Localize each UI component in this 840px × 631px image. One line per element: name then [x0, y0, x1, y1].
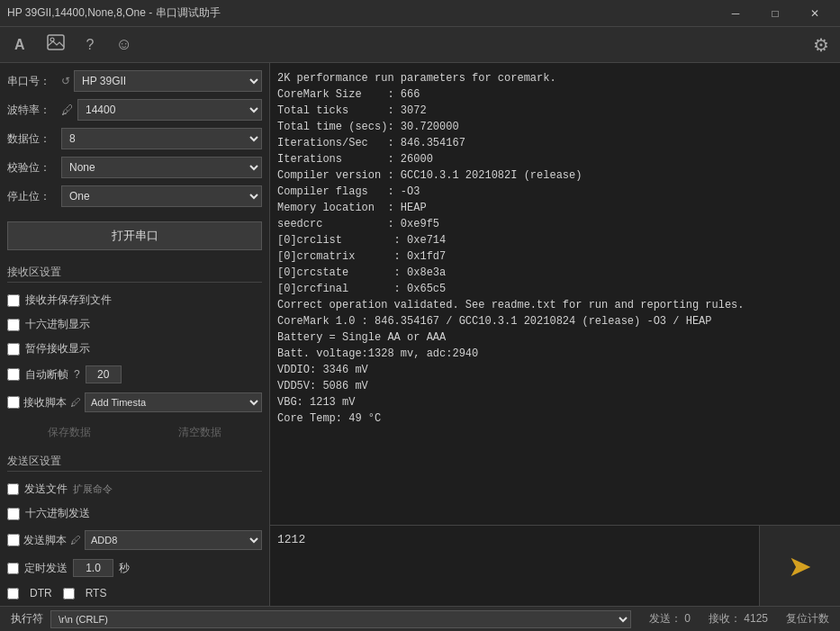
baud-control: 🖊 1200 2400 4800 9600 14400 19200 38400 … — [61, 99, 262, 121]
right-panel: 2K performance run parameters for corema… — [270, 63, 840, 606]
auto-break-value[interactable] — [86, 365, 122, 383]
clear-data-button[interactable]: 清空数据 — [139, 422, 263, 443]
svg-rect-0 — [48, 35, 64, 50]
send-button[interactable]: ➤ — [759, 526, 840, 606]
status-left: 执行符 \r\n (CRLF) \n (LF) \r (CR) None — [11, 610, 631, 628]
send-count: 0 — [684, 612, 691, 625]
timed-send-label: 定时发送 — [24, 561, 68, 576]
send-section-title: 发送区设置 — [7, 454, 262, 472]
stop-bits-row: 停止位： One Two OnePointFive — [7, 185, 262, 207]
close-button[interactable]: ✕ — [797, 5, 833, 23]
rts-label: RTS — [86, 587, 107, 599]
auto-break-row: 自动断帧 ? — [7, 365, 262, 383]
toolbar-left: A ? ☺ — [11, 31, 136, 59]
parity-select[interactable]: None Odd Even Mark Space — [61, 157, 262, 178]
hex-display-row: 十六进制显示 — [7, 317, 262, 332]
send-file-label: 发送文件 — [24, 482, 68, 497]
timed-send-row: 定时发送 秒 — [7, 559, 262, 577]
save-data-button[interactable]: 保存数据 — [7, 422, 131, 443]
main-layout: 串口号： ↺ HP 39GII COM1 COM2 COM3 波特率： 🖊 12… — [0, 63, 840, 606]
parity-label: 校验位： — [7, 160, 61, 176]
hex-send-checkbox[interactable] — [7, 508, 20, 520]
gear-icon[interactable]: ⚙ — [813, 34, 829, 56]
execute-select[interactable]: \r\n (CRLF) \n (LF) \r (CR) None — [50, 610, 631, 628]
title-bar: HP 39GII,14400,None,8,One - 串口调试助手 ─ □ ✕ — [0, 0, 840, 27]
help-icon[interactable]: ? — [83, 33, 98, 57]
stop-bits-label: 停止位： — [7, 189, 61, 204]
send-input[interactable]: 1212 — [270, 526, 759, 606]
status-right: 发送： 0 接收： 4125 复位计数 — [649, 611, 829, 626]
maximize-button[interactable]: □ — [757, 5, 793, 23]
timed-send-value[interactable] — [73, 559, 113, 577]
baud-select[interactable]: 1200 2400 4800 9600 14400 19200 38400 57… — [77, 99, 262, 121]
hex-send-row: 十六进制发送 — [7, 506, 262, 521]
receive-count: 4125 — [744, 612, 768, 625]
expand-cmd-button[interactable]: 扩展命令 — [73, 482, 113, 496]
data-bits-label: 数据位： — [7, 131, 61, 147]
baud-row: 波特率： 🖊 1200 2400 4800 9600 14400 19200 3… — [7, 99, 262, 121]
title-text: HP 39GII,14400,None,8,One - 串口调试助手 — [7, 5, 221, 21]
stop-bits-select[interactable]: One Two OnePointFive — [61, 185, 262, 207]
reset-count-button[interactable]: 复位计数 — [786, 611, 829, 626]
add-timestamp-select[interactable]: Add Timesta No Timestamp — [85, 392, 262, 412]
receive-script-checkbox[interactable] — [7, 396, 20, 409]
save-to-file-checkbox[interactable] — [7, 294, 20, 307]
port-select[interactable]: HP 39GII COM1 COM2 COM3 — [74, 70, 262, 92]
send-script-row: 发送脚本 🖊 ADD8 XOR CRC16 — [7, 530, 262, 550]
receive-section-title: 接收区设置 — [7, 265, 262, 283]
send-icon: ➤ — [788, 549, 812, 583]
receive-script-row: 接收脚本 🖊 Add Timesta No Timestamp — [7, 392, 262, 412]
font-icon[interactable]: A — [11, 33, 29, 57]
auto-break-checkbox[interactable] — [7, 368, 20, 381]
add8-select[interactable]: ADD8 XOR CRC16 — [85, 530, 262, 550]
dtr-rts-row: DTR RTS — [7, 587, 262, 599]
hex-display-label: 十六进制显示 — [25, 317, 90, 332]
data-bits-select[interactable]: 5 6 7 8 — [61, 128, 262, 149]
send-script-icon: 🖊 — [70, 534, 81, 546]
data-buttons-row: 保存数据 清空数据 — [7, 422, 262, 443]
open-port-button[interactable]: 打开串口 — [7, 221, 262, 250]
timed-send-checkbox[interactable] — [7, 563, 19, 574]
send-input-wrapper: 1212 — [270, 526, 759, 606]
image-icon[interactable] — [43, 31, 68, 59]
status-bar: 执行符 \r\n (CRLF) \n (LF) \r (CR) None 发送：… — [0, 606, 840, 631]
minimize-button[interactable]: ─ — [718, 5, 754, 23]
pause-receive-row: 暂停接收显示 — [7, 341, 262, 356]
baud-icon: 🖊 — [61, 103, 74, 117]
port-label: 串口号： — [7, 74, 61, 89]
left-panel: 串口号： ↺ HP 39GII COM1 COM2 COM3 波特率： 🖊 12… — [0, 63, 270, 606]
pause-receive-label: 暂停接收显示 — [25, 341, 90, 356]
toolbar: A ? ☺ ⚙ — [0, 27, 840, 63]
execute-label: 执行符 — [11, 611, 43, 626]
send-script-checkbox[interactable] — [7, 534, 20, 546]
parity-control: None Odd Even Mark Space — [61, 157, 262, 178]
baud-label: 波特率： — [7, 103, 61, 118]
hex-send-label: 十六进制发送 — [25, 506, 90, 521]
receive-count-label: 接收： 4125 — [709, 611, 768, 626]
data-bits-control: 5 6 7 8 — [61, 128, 262, 149]
stop-bits-control: One Two OnePointFive — [61, 185, 262, 207]
save-to-file-row: 接收并保存到文件 — [7, 293, 262, 308]
window-controls: ─ □ ✕ — [718, 5, 833, 23]
data-bits-row: 数据位： 5 6 7 8 — [7, 128, 262, 149]
receive-script-icon: 🖊 — [70, 396, 81, 409]
output-area: 2K performance run parameters for corema… — [270, 63, 840, 525]
port-control: ↺ HP 39GII COM1 COM2 COM3 — [61, 70, 262, 92]
auto-break-label: 自动断帧 — [25, 367, 68, 383]
send-file-row: 发送文件 扩展命令 — [7, 482, 262, 497]
rts-checkbox[interactable] — [63, 588, 75, 599]
dtr-label: DTR — [30, 587, 52, 599]
receive-script-label: 接收脚本 — [23, 395, 67, 410]
refresh-icon[interactable]: ↺ — [61, 75, 70, 87]
auto-break-help-icon[interactable]: ? — [74, 368, 80, 381]
dtr-checkbox[interactable] — [7, 588, 19, 599]
sec-label: 秒 — [119, 561, 130, 576]
hex-display-checkbox[interactable] — [7, 319, 20, 331]
parity-row: 校验位： None Odd Even Mark Space — [7, 157, 262, 178]
smile-icon[interactable]: ☺ — [112, 32, 135, 58]
svg-point-1 — [50, 38, 54, 41]
pause-receive-checkbox[interactable] — [7, 343, 20, 356]
send-file-checkbox[interactable] — [7, 483, 19, 495]
port-row: 串口号： ↺ HP 39GII COM1 COM2 COM3 — [7, 70, 262, 92]
save-to-file-label: 接收并保存到文件 — [25, 293, 112, 308]
